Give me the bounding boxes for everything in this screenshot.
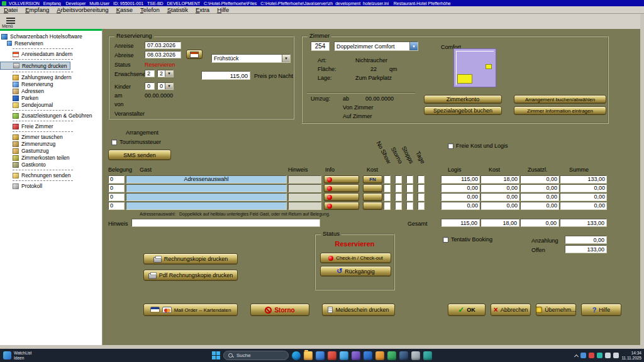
hinweis-field[interactable] [288,184,321,192]
uebernehmen-button[interactable]: Übernehm... [536,304,576,316]
no-show-flag-field[interactable] [384,184,391,192]
freie-kost-checkbox[interactable]: Freie Kost und Logis [448,143,508,149]
tentativ-booking-checkbox[interactable]: Tentativ Booking [443,236,492,243]
tourismussteuer-checkbox[interactable]: Tourismussteuer [111,139,161,145]
sidebar-item-gastumzug[interactable]: Gastumzug [0,148,102,154]
menu-statistik[interactable]: Statistik [164,6,192,13]
gast-field[interactable] [126,202,287,210]
sidebar-item-zimmerkosten-teilen[interactable]: Zimmerkosten teilen [0,155,102,161]
menu-arbeitsvorbereitung[interactable]: Arbeitsvorbereitung [53,6,112,13]
belegung-field[interactable]: 0 [108,193,125,201]
storno-flag-field[interactable] [395,193,402,201]
tray-app-red-icon[interactable] [589,353,594,358]
stopps-flag-field[interactable] [406,202,413,210]
belegung-field[interactable]: 0 [108,184,125,192]
checkin-checkout-button[interactable]: Check-in / Check-out [320,253,391,263]
sidebar-item-protokoll[interactable]: Protokoll [0,183,102,189]
zusatzl-field[interactable]: 0,00 [520,184,559,192]
gast-field[interactable] [126,184,287,192]
logis-field[interactable]: 115,00 [441,175,480,184]
zusatzl-field[interactable]: 0,00 [520,175,559,184]
chevron-down-icon[interactable] [165,83,173,89]
menu-empfang[interactable]: Empfang [21,6,53,13]
edge-browser-icon[interactable] [292,351,301,360]
hilfe-button[interactable]: Hilfe [581,304,621,316]
file-explorer-icon[interactable] [304,351,313,360]
abbrechen-button[interactable]: Abbrechen [491,304,531,316]
kost-button[interactable] [363,184,382,192]
sidebar-item-gastkonto[interactable]: Gastkonto [0,162,102,168]
summe-field[interactable]: 0,00 [560,202,607,210]
arrangement-buchen-button[interactable]: Arrangement buchen/abwählen [514,95,606,104]
app-green-icon[interactable] [387,351,396,360]
checkbox-icon[interactable] [443,237,448,243]
meldeschein-button[interactable]: Meldeschein drucken [322,304,395,316]
zimmerkonto-button[interactable]: Zimmerkonto [424,95,502,104]
calendar-picker-button[interactable] [186,50,203,59]
sidebar-item-reservieren[interactable]: Reservieren [0,40,102,47]
chevron-down-icon[interactable] [165,70,173,77]
erwachsene-select[interactable]: 2 [157,70,174,77]
sidebar-item-schwarzenbach-hotelsoftware[interactable]: Schwarzenbach Hotelsoftware [0,33,102,40]
menu-hilfe[interactable]: Hilfe [213,6,233,13]
belegung-field[interactable]: 0 [108,202,125,210]
stopps-flag-field[interactable] [406,184,413,192]
tray-network-icon[interactable] [605,353,611,358]
widgets-button[interactable]: WatchList Ideen [3,351,31,360]
hamburger-menu-icon[interactable] [6,18,15,19]
summe-field[interactable]: 0,00 [560,184,607,192]
menu-datei[interactable]: Datei [0,6,21,13]
start-button[interactable] [212,351,220,359]
kost-field[interactable]: 0,00 [480,202,519,210]
erwachsene-input[interactable]: 2 [145,70,155,77]
tray-app-teal-icon[interactable] [597,353,602,358]
anzahlung-input[interactable]: 0,00 [565,236,607,244]
tage-flag-field[interactable] [418,184,425,192]
kinder-select[interactable]: 0 [157,82,174,90]
zusatzl-field[interactable]: 0,00 [520,202,559,210]
anreise-input[interactable]: 07.03.2026 [145,41,181,49]
sidebar-item-parken[interactable]: Parken [0,95,102,101]
kost-button[interactable] [363,202,382,210]
sidebar-item-adressen[interactable]: Adressen [0,88,102,94]
app-teal-icon[interactable] [423,351,432,360]
sms-senden-button[interactable]: SMS senden [108,150,171,160]
chevron-down-icon[interactable] [282,55,290,62]
zimmer-nummer-input[interactable]: 254 [311,41,330,51]
gast-field[interactable]: Adressenauswahl [126,175,287,184]
tage-flag-field[interactable] [418,193,425,201]
chevron-down-icon[interactable] [409,42,418,50]
info-button[interactable] [324,202,359,210]
spezialangebot-button[interactable]: Spezialangebot buchen [424,106,502,115]
zimmer-typ-select[interactable]: Doppelzimmer Comfort [334,41,418,51]
logis-field[interactable]: 0,00 [441,184,480,192]
meal-plan-select[interactable]: Frühstück [211,54,291,63]
app-navy-icon[interactable] [399,351,408,360]
pdf-rechnungskopie-button[interactable]: Pdf Rechnungskopie drucken [143,270,238,281]
mail-order-button[interactable]: Mail Order -- Kartendaten [143,304,238,316]
logis-field[interactable]: 0,00 [441,193,480,201]
kost-field[interactable]: 18,00 [480,175,519,184]
sidebar-item-zahlungsweg-aendern[interactable]: Zahlungsweg ändern [0,74,102,80]
rueckgaengig-button[interactable]: Rückgängig [320,266,391,277]
sidebar-item-sendejournal[interactable]: Sendejournal [0,102,102,108]
no-show-flag-field[interactable] [384,202,391,210]
sidebar-item-zusatzleistungen-gebuehren[interactable]: Zusatzleistungen & Gebühren [0,112,102,119]
zimmer-information-button[interactable]: Zimmer Information eintragen [514,106,606,115]
menu-extra[interactable]: Extra [192,6,213,13]
sidebar-item-rechnung-drucken[interactable]: Rechnung drucken [0,62,70,70]
gast-field[interactable] [126,193,287,201]
app-gray-icon[interactable] [411,351,420,360]
menu-kasse[interactable]: Kasse [113,6,136,13]
storno-button[interactable]: Storno [250,304,309,316]
info-button[interactable] [324,193,359,201]
app-blue-1-icon[interactable] [316,351,325,360]
info-button[interactable] [324,175,359,184]
checkbox-icon[interactable] [448,143,453,149]
kost-button[interactable]: FN [363,175,382,184]
tage-flag-field[interactable] [418,202,425,210]
stopps-flag-field[interactable] [406,193,413,201]
hinweis-input[interactable] [131,219,320,227]
summe-field[interactable]: 0,00 [560,193,607,201]
app-sky-icon[interactable] [340,351,348,360]
